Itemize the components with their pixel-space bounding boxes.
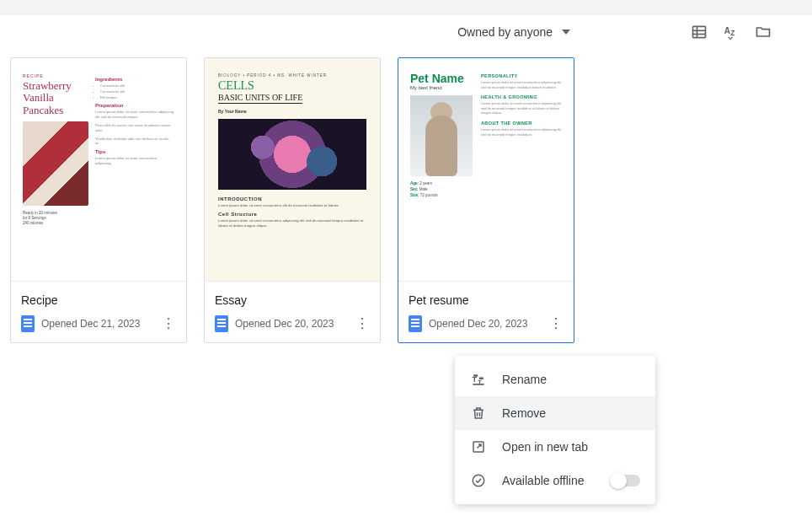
svg-point-9 xyxy=(473,475,484,486)
docs-file-icon xyxy=(409,315,422,332)
doc-meta: Essay Opened Dec 20, 2023 ⋮ xyxy=(205,281,380,342)
owner-filter-dropdown[interactable]: Owned by anyone xyxy=(457,24,574,40)
doc-meta: Pet resume Opened Dec 20, 2023 ⋮ xyxy=(398,281,574,342)
more-actions-icon[interactable]: ⋮ xyxy=(355,317,370,331)
thumb-headline: CELLS xyxy=(218,79,366,93)
doc-meta: Recipe Opened Dec 21, 2023 ⋮ xyxy=(11,281,186,342)
more-actions-icon[interactable]: ⋮ xyxy=(161,317,176,331)
docs-file-icon xyxy=(215,315,228,332)
caret-down-icon xyxy=(558,24,574,40)
doc-thumbnail: BIOLOGY • PERIOD 4 • MS. WHITE WINTER CE… xyxy=(205,58,380,281)
doc-opened-date: Opened Dec 21, 2023 xyxy=(41,318,154,330)
menu-item-open-new-tab[interactable]: Open in new tab xyxy=(455,430,655,464)
doc-thumbnail: Pet Name My best friend Age: 2 years Sex… xyxy=(398,58,574,281)
docs-file-icon xyxy=(21,315,35,332)
menu-label: Remove xyxy=(502,406,546,420)
thumb-headline: Strawberry Vanilla Pancakes xyxy=(23,80,88,116)
thumb-section: Ingredients xyxy=(95,77,174,82)
menu-label: Available offline xyxy=(502,474,585,487)
header-strip xyxy=(0,0,812,15)
menu-item-remove[interactable]: Remove xyxy=(455,396,655,430)
menu-item-rename[interactable]: TT Rename xyxy=(455,363,655,396)
thumb-headline: Pet Name xyxy=(410,72,473,85)
thumb-meta: BIOLOGY • PERIOD 4 • MS. WHITE WINTER xyxy=(218,73,366,78)
svg-text:A: A xyxy=(724,26,730,35)
doc-thumbnail: RECIPE Strawberry Vanilla Pancakes Ready… xyxy=(11,58,186,281)
thumb-h: ABOUT THE OWNER xyxy=(481,121,562,126)
offline-toggle[interactable] xyxy=(612,475,640,486)
offline-icon xyxy=(470,472,487,489)
thumb-h1: INTRODUCTION xyxy=(218,196,366,202)
thumb-subhead: My best friend xyxy=(410,85,473,90)
doc-opened-date: Opened Dec 20, 2023 xyxy=(235,318,348,330)
doc-card-recipe[interactable]: RECIPE Strawberry Vanilla Pancakes Ready… xyxy=(10,57,187,343)
thumb-image xyxy=(23,121,88,206)
doc-card-pet-resume[interactable]: Pet Name My best friend Age: 2 years Sex… xyxy=(398,57,574,343)
svg-text:Z: Z xyxy=(730,29,735,37)
owner-filter-label: Owned by anyone xyxy=(457,25,553,39)
list-view-icon[interactable] xyxy=(691,24,708,40)
thumb-section: Tips xyxy=(95,149,174,154)
documents-grid: RECIPE Strawberry Vanilla Pancakes Ready… xyxy=(0,49,812,352)
thumb-subhead: BASIC UNITS OF LIFE xyxy=(218,93,302,104)
svg-text:T: T xyxy=(478,379,482,386)
svg-rect-0 xyxy=(693,26,706,37)
controls-row: Owned by anyone AZ xyxy=(0,15,812,49)
menu-label: Open in new tab xyxy=(502,440,588,454)
more-actions-icon[interactable]: ⋮ xyxy=(548,317,564,331)
thumb-h2: Cell Structure xyxy=(218,212,366,217)
thumb-category: RECIPE xyxy=(23,73,88,78)
doc-opened-date: Opened Dec 20, 2023 xyxy=(429,318,542,330)
doc-title: Essay xyxy=(215,293,370,307)
menu-item-available-offline[interactable]: Available offline xyxy=(455,464,655,497)
thumb-h: HEALTH & GROOMING xyxy=(481,94,562,99)
open-new-tab-icon xyxy=(470,438,487,455)
doc-card-essay[interactable]: BIOLOGY • PERIOD 4 • MS. WHITE WINTER CE… xyxy=(204,57,381,343)
thumb-byline: By Your Name xyxy=(218,109,366,114)
doc-title: Recipe xyxy=(21,293,176,307)
thumb-h: PERSONALITY xyxy=(481,73,562,78)
folder-icon[interactable] xyxy=(755,24,772,40)
thumb-image xyxy=(218,119,366,190)
context-menu: TT Rename Remove Open in new tab Availab… xyxy=(455,356,655,504)
doc-title: Pet resume xyxy=(409,293,564,307)
trash-icon xyxy=(470,405,487,422)
svg-text:T: T xyxy=(473,375,478,384)
thumb-section: Preparation xyxy=(95,103,174,108)
menu-label: Rename xyxy=(502,373,547,386)
sort-az-icon[interactable]: AZ xyxy=(723,24,740,40)
rename-icon: TT xyxy=(470,371,487,388)
thumb-image xyxy=(410,95,473,176)
